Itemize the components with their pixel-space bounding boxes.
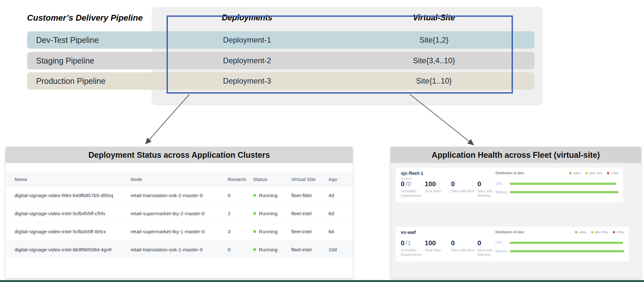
column-header-restarts: Restarts <box>228 177 253 182</box>
memory-label: Memory <box>495 249 507 253</box>
status-dot <box>253 212 256 215</box>
fleet-name: sjc-fleet-1 <box>401 170 423 176</box>
memory-bar-row: Memory <box>495 250 624 253</box>
column-header-age: Age <box>329 177 353 182</box>
unhealthy-count: 0 <box>401 239 405 247</box>
stat-total-sites: 100 Total Sites <box>425 239 450 253</box>
virtual-site-cell: fleet-intel <box>291 211 328 217</box>
stat-sites-with-alert: 0 Sites with Alert <box>451 180 481 194</box>
legend-dot-red <box>613 231 615 233</box>
cpu-bar-track <box>510 242 624 244</box>
legend-item: 25%-75% <box>591 230 608 234</box>
restarts-cell: 0 <box>228 247 253 253</box>
status-dot <box>253 230 256 233</box>
legend-dot-green <box>575 231 577 233</box>
unhealthy-count: 0 <box>401 180 405 187</box>
table-row: digital-signage-video-intel-5cfb455ff-cf… <box>5 204 353 222</box>
sites-warning-count: 0 <box>477 180 497 188</box>
memory-bar <box>510 250 624 252</box>
column-header-status: Status <box>253 177 292 182</box>
cpu-label: CPU <box>495 182 502 186</box>
unhealthy-total: /1 <box>406 239 411 247</box>
stat-label: Sites with Alert <box>451 248 481 253</box>
status-dot <box>253 248 256 251</box>
memory-label: Memory <box>495 190 507 194</box>
legend-item: >75% <box>613 230 624 234</box>
column-header-node: Node <box>130 177 228 182</box>
status-dot <box>253 194 256 197</box>
pipeline-row-label: Production Pipeline <box>36 72 105 90</box>
pod-name-cell: digital-signage-video-intel-6b9f96558d-4… <box>5 247 130 253</box>
legend-dot-yellow <box>585 172 588 174</box>
legend-dot-red <box>607 172 609 174</box>
stat-sites-with-warning: 0 Sites with Warning <box>477 180 497 198</box>
cpu-label: CPU <box>495 241 502 245</box>
legend-item: >75% <box>607 171 619 175</box>
stat-sites-with-warning: 0 Sites with Warning <box>477 239 497 257</box>
cpu-bar-row: CPU <box>495 183 619 185</box>
stat-label: Sites with Warning <box>477 189 497 198</box>
status-cell: Running <box>253 193 292 198</box>
status-text: Running <box>259 229 278 235</box>
legend-item: <25% <box>575 230 587 234</box>
virtual-site-cell: fleet-intel <box>291 229 328 235</box>
pipeline-row-label: Dev-Test Pipeline <box>36 31 99 49</box>
distribution-title: Distribution of sites <box>495 230 524 234</box>
table-row: digital-signage-video-intel-5cfb455ff-tb… <box>5 222 353 240</box>
stat-label: Total Sites <box>425 189 450 194</box>
legend-label: >75% <box>616 230 624 234</box>
total-sites-count: 100 <box>425 180 450 188</box>
stat-label: Sites with Warning <box>477 248 497 257</box>
distribution-of-sites: Distribution of sites <25% 25%-75% >75% … <box>495 230 624 259</box>
stat-label: Sites with Alert <box>451 189 481 194</box>
cpu-bar-row: CPU <box>495 242 624 244</box>
node-cell: retail-supermarket-tky-1-master-0 <box>130 229 228 235</box>
distribution-of-sites: Distribution of sites <25% 25%-75% >75% … <box>495 171 619 200</box>
status-cell: Running <box>253 211 292 217</box>
distribution-title: Distribution of sites <box>495 171 524 175</box>
app-health-panel-title: Application Health across Fleet (virtual… <box>390 147 641 163</box>
virtual-site-cell: fleet-intel <box>291 247 328 253</box>
cpu-bar <box>510 242 623 244</box>
restarts-cell: 2 <box>228 211 253 217</box>
sites-warning-count: 0 <box>477 239 497 247</box>
virtual-site-cell: fleet-fitlet <box>291 193 328 198</box>
age-cell: 10d <box>329 247 353 253</box>
age-cell: 6d <box>329 211 353 217</box>
column-header-virtual-site: Virtual Site <box>291 177 328 182</box>
status-text: Running <box>259 247 278 253</box>
legend-label: <25% <box>573 171 581 175</box>
legend-label: >75% <box>610 171 619 175</box>
table-row: digital-signage-video-intel-6b9f96558d-4… <box>5 240 353 258</box>
fleet-name: vs-waf <box>401 229 416 235</box>
memory-bar-track <box>510 191 619 193</box>
legend-dot-green <box>569 172 572 174</box>
status-text: Running <box>259 193 278 198</box>
age-cell: 4d <box>329 193 353 198</box>
status-cell: Running <box>253 247 292 253</box>
total-sites-count: 100 <box>425 239 450 247</box>
stat-total-sites: 100 Total Sites <box>425 180 450 194</box>
status-cell: Running <box>253 229 292 235</box>
table-header-row: Name Node Restarts Status Virtual Site A… <box>5 173 353 186</box>
legend-label: 25%-75% <box>595 230 608 234</box>
bottom-border-stripe <box>0 280 644 282</box>
legend-item: 25%-75% <box>585 171 602 175</box>
legend-label: 25%-75% <box>589 171 602 175</box>
deployment-status-panel: Deployment Status across Application Clu… <box>5 147 353 278</box>
sites-alert-count: 0 <box>451 239 481 247</box>
table-row: digital-signage-video-fitlet-649fb857b5-… <box>5 186 353 204</box>
memory-bar <box>510 191 619 193</box>
memory-bar-track <box>510 250 624 252</box>
restarts-cell: 3 <box>228 229 253 235</box>
pod-name-cell: digital-signage-video-intel-5cfb455ff-tb… <box>5 229 130 235</box>
health-card-sjc-fleet-1: sjc-fleet-1 shared 0/0 Unhealthy Deploym… <box>396 168 623 202</box>
pipeline-row-label: Staging Pipeline <box>36 52 94 69</box>
legend-label: <25% <box>579 230 587 234</box>
legend-dot-yellow <box>591 231 593 233</box>
pipeline-title: Customer’s Delivery Pipeline <box>27 13 143 23</box>
health-card-vs-waf: vs-waf 0/1 Unhealthy Deployments 100 Tot… <box>396 227 629 261</box>
deployments-highlight-box <box>167 15 513 94</box>
cpu-bar-track <box>510 183 619 185</box>
status-text: Running <box>259 211 278 217</box>
